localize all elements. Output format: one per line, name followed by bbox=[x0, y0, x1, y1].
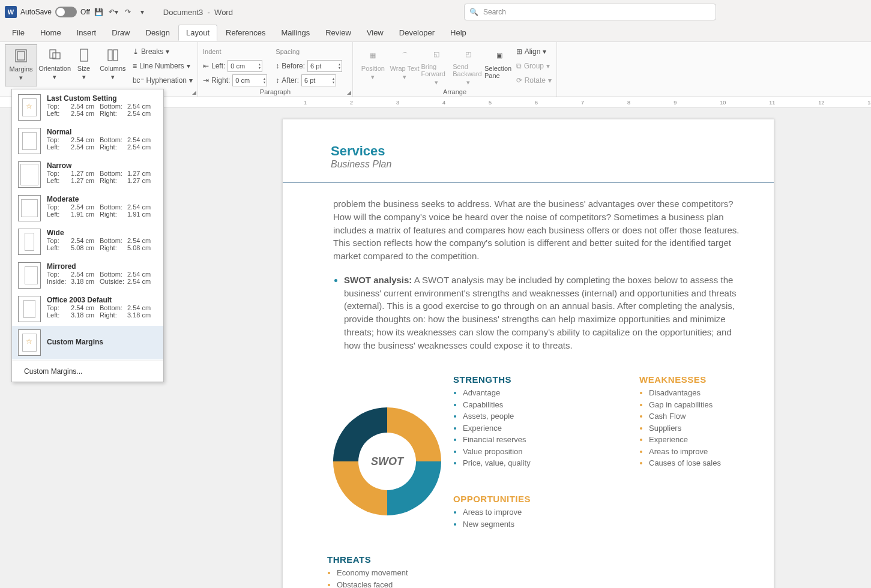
breaks-icon: ⤓ bbox=[133, 47, 139, 56]
size-button[interactable]: Size▾ bbox=[72, 44, 95, 86]
columns-button[interactable]: Columns▾ bbox=[97, 44, 129, 86]
svg-rect-6 bbox=[113, 50, 118, 61]
page-subtitle: Business Plan bbox=[331, 159, 774, 170]
toggle-switch-icon[interactable] bbox=[55, 7, 77, 17]
weaknesses-column: WEAKNESSES DisadvantagesGap in capabilit… bbox=[639, 374, 759, 488]
svg-rect-4 bbox=[80, 49, 88, 61]
indent-left-icon: ⇤ bbox=[203, 62, 209, 70]
tab-help[interactable]: Help bbox=[443, 25, 474, 40]
list-item: Disadvantages bbox=[649, 387, 759, 399]
margin-preset-office-2003-default[interactable]: Office 2003 DefaultTop:2.54 cmBottom:2.5… bbox=[12, 292, 163, 326]
list-item: Financial reserves bbox=[463, 434, 633, 446]
list-item: Gap in capabilities bbox=[649, 399, 759, 411]
page-setup-dialog-launcher[interactable]: ◢ bbox=[192, 89, 196, 95]
undo-button[interactable]: ↶▾ bbox=[108, 7, 119, 17]
margin-thumb-icon bbox=[18, 229, 41, 255]
strengths-title: STRENGTHS bbox=[453, 374, 633, 385]
size-icon bbox=[76, 47, 92, 64]
margin-preset-narrow[interactable]: NarrowTop:1.27 cmBottom:1.27 cmLeft:1.27… bbox=[12, 158, 163, 191]
paragraph-dialog-launcher[interactable]: ◢ bbox=[347, 89, 351, 95]
search-icon: 🔍 bbox=[469, 8, 478, 16]
breaks-button[interactable]: ⤓ Breaks ▾ bbox=[133, 44, 193, 59]
line-numbers-button[interactable]: ≡ Line Numbers ▾ bbox=[133, 59, 193, 73]
tab-draw[interactable]: Draw bbox=[104, 25, 137, 40]
bring-forward-icon: ◱ bbox=[428, 47, 445, 62]
margin-thumb-icon bbox=[18, 94, 41, 121]
group-button[interactable]: ⧉Group ▾ bbox=[516, 59, 552, 73]
list-item: Suppliers bbox=[649, 422, 759, 434]
orientation-icon bbox=[46, 47, 63, 64]
send-backward-button[interactable]: ◰Send Backward▾ bbox=[453, 44, 483, 86]
list-item: New segments bbox=[463, 518, 633, 530]
customize-qat-icon[interactable]: ▾ bbox=[137, 7, 148, 17]
hyphenation-icon: bc⁻ bbox=[133, 76, 144, 85]
selection-pane-icon: ▣ bbox=[491, 47, 508, 64]
rotate-icon: ⟳ bbox=[516, 76, 522, 85]
tab-layout[interactable]: Layout bbox=[178, 25, 217, 41]
margin-preset-mirrored[interactable]: MirroredTop:2.54 cmBottom:2.54 cmInside:… bbox=[12, 259, 163, 292]
search-input[interactable]: 🔍 Search bbox=[464, 4, 716, 20]
tab-file[interactable]: File bbox=[5, 25, 32, 40]
list-item: Capabilities bbox=[463, 399, 633, 411]
tab-view[interactable]: View bbox=[360, 25, 391, 40]
margin-thumb-icon bbox=[18, 262, 41, 289]
hyphenation-button[interactable]: bc⁻ Hyphenation ▾ bbox=[133, 73, 193, 88]
autosave-toggle[interactable]: AutoSave Off bbox=[20, 7, 90, 17]
document-body[interactable]: problem the business seeks to address. W… bbox=[283, 183, 774, 374]
align-icon: ⊞ bbox=[516, 47, 522, 56]
list-item: Price, value, quality bbox=[463, 457, 633, 469]
list-item: Value proposition bbox=[463, 446, 633, 458]
body-paragraph: problem the business seeks to address. W… bbox=[333, 197, 743, 263]
position-icon: ▦ bbox=[364, 47, 381, 64]
wrap-text-button[interactable]: ⌒Wrap Text▾ bbox=[390, 44, 420, 86]
tab-review[interactable]: Review bbox=[318, 25, 358, 40]
redo-button[interactable]: ↷ bbox=[122, 7, 133, 17]
margin-preset-normal[interactable]: NormalTop:2.54 cmBottom:2.54 cmLeft:2.54… bbox=[12, 124, 163, 158]
save-icon[interactable]: 💾 bbox=[94, 7, 104, 17]
tab-developer[interactable]: Developer bbox=[392, 25, 442, 40]
autosave-state: Off bbox=[80, 8, 90, 16]
tab-insert[interactable]: Insert bbox=[70, 25, 104, 40]
margin-preset-wide[interactable]: WideTop:2.54 cmBottom:2.54 cmLeft:5.08 c… bbox=[12, 225, 163, 259]
margin-thumb-icon bbox=[18, 296, 41, 322]
align-button[interactable]: ⊞Align ▾ bbox=[516, 44, 552, 59]
indent-heading: Indent bbox=[203, 44, 267, 59]
position-button[interactable]: ▦Position▾ bbox=[358, 44, 388, 86]
threats-title: THREATS bbox=[327, 554, 447, 565]
autosave-label: AutoSave bbox=[20, 8, 52, 16]
group-paragraph: Indent ⇤Left:0 cm ⇥Right:0 cm Spacing ↕B… bbox=[198, 42, 353, 97]
list-item: Obstacles faced bbox=[337, 579, 447, 588]
document-title: Document3 - Word bbox=[163, 8, 233, 17]
rotate-button[interactable]: ⟳Rotate ▾ bbox=[516, 73, 552, 88]
tab-references[interactable]: References bbox=[219, 25, 273, 40]
tab-mailings[interactable]: Mailings bbox=[274, 25, 318, 40]
space-after-icon: ↕ bbox=[276, 76, 279, 85]
indent-right-input[interactable]: 0 cm bbox=[232, 74, 267, 86]
svg-rect-1 bbox=[17, 52, 25, 60]
margin-preset-last-custom-setting[interactable]: Last Custom SettingTop:2.54 cmBottom:2.5… bbox=[12, 91, 163, 124]
space-before-input[interactable]: 6 pt bbox=[307, 60, 342, 72]
margins-dropdown-menu: Last Custom SettingTop:2.54 cmBottom:2.5… bbox=[11, 89, 164, 382]
send-backward-icon: ◰ bbox=[460, 47, 477, 62]
space-after-input[interactable]: 6 pt bbox=[301, 74, 336, 86]
list-item: Assets, people bbox=[463, 410, 633, 422]
orientation-button[interactable]: Orientation▾ bbox=[38, 44, 71, 86]
margin-preset-moderate[interactable]: ModerateTop:2.54 cmBottom:2.54 cmLeft:1.… bbox=[12, 191, 163, 225]
bring-forward-button[interactable]: ◱Bring Forward▾ bbox=[421, 44, 451, 86]
indent-left-input[interactable]: 0 cm bbox=[228, 60, 262, 72]
word-app-icon: W bbox=[5, 6, 17, 18]
selection-pane-button[interactable]: ▣Selection Pane bbox=[484, 44, 515, 86]
group-icon: ⧉ bbox=[516, 62, 522, 70]
list-item: Areas to improve bbox=[649, 446, 759, 458]
group-arrange: ▦Position▾ ⌒Wrap Text▾ ◱Bring Forward▾ ◰… bbox=[353, 42, 557, 97]
opportunities-title: OPPORTUNITIES bbox=[453, 494, 633, 504]
swot-center-label: SWOT bbox=[371, 455, 403, 468]
margins-button[interactable]: Margins▾ bbox=[5, 44, 37, 86]
margin-custom-row[interactable]: Custom Margins bbox=[12, 326, 163, 359]
margins-icon bbox=[13, 47, 29, 64]
tab-design[interactable]: Design bbox=[139, 25, 177, 40]
search-placeholder: Search bbox=[483, 8, 506, 16]
custom-margins-command[interactable]: Custom Margins... bbox=[12, 362, 163, 380]
tab-home[interactable]: Home bbox=[33, 25, 68, 40]
opportunities-column: OPPORTUNITIES Areas to improveNew segmen… bbox=[453, 494, 633, 548]
